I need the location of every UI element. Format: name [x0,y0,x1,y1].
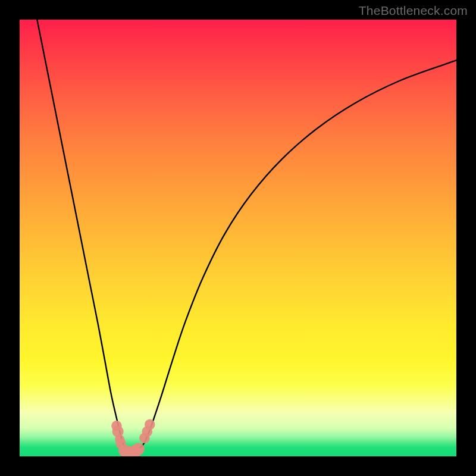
marker-dot [145,419,155,430]
marker-dot [132,443,145,455]
bottleneck-curve [37,20,456,453]
plot-area [20,20,456,456]
curve-markers [111,419,155,456]
curve-path [37,20,456,453]
curve-layer [20,20,456,456]
chart-frame: TheBottleneck.com [0,0,476,476]
watermark-text: TheBottleneck.com [359,4,468,18]
